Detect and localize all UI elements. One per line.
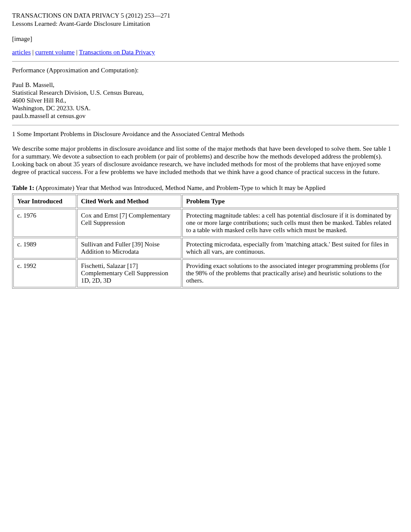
table-caption: Table 1: (Approximate) Year that Method …	[12, 184, 399, 192]
table-row: c. 1976 Cox and Ernst [7] Complementary …	[13, 209, 398, 237]
table-caption-text: (Approximate) Year that Method was Intro…	[36, 184, 325, 191]
author-info: Paul B. Massell, Statistical Research Di…	[12, 81, 399, 120]
divider	[12, 61, 399, 62]
cell-year: c. 1989	[13, 238, 76, 258]
table-header-year: Year Introduced	[13, 195, 76, 208]
author-address-2: Washington, DC 20233. USA.	[12, 104, 399, 112]
breadcrumb-link-articles[interactable]: articles	[12, 49, 31, 56]
table-row: c. 1992 Fischetti, Salazar [17] Compleme…	[13, 259, 398, 287]
breadcrumb-separator: |	[31, 49, 35, 56]
cell-desc: Protecting magnitude tables: a cell has …	[182, 209, 398, 237]
table-header-problem-type: Problem Type	[182, 195, 398, 208]
table-header-row: Year Introduced Cited Work and Method Pr…	[13, 195, 398, 208]
table-caption-label: Table 1:	[12, 184, 34, 191]
performance-title: Performance (Approximation and Computati…	[12, 67, 399, 74]
cell-work: Cox and Ernst [7] Complementary Cell Sup…	[77, 209, 181, 237]
table-header-work: Cited Work and Method	[77, 195, 181, 208]
cell-desc: Protecting microdata, especially from 'm…	[182, 238, 398, 258]
cell-year: c. 1976	[13, 209, 76, 237]
author-email: paul.b.massell at census.gov	[12, 112, 399, 120]
breadcrumb-link-tdp[interactable]: Transactions on Data Privacy	[79, 49, 155, 56]
cell-work: Sullivan and Fuller [39] Noise Addition …	[77, 238, 181, 258]
cell-year: c. 1992	[13, 259, 76, 287]
breadcrumb-separator: |	[75, 49, 79, 56]
section-intro-paragraph: We describe some major problems in discl…	[12, 145, 399, 176]
cell-work: Fischetti, Salazar [17] Complementary Ce…	[77, 259, 181, 287]
table-row: c. 1989 Sullivan and Fuller [39] Noise A…	[13, 238, 398, 258]
journal-title: TRANSACTIONS ON DATA PRIVACY 5 (2012) 25…	[12, 12, 399, 19]
breadcrumb-link-current-volume[interactable]: current volume	[35, 49, 75, 56]
author-address-1: 4600 Silver Hill Rd.,	[12, 96, 399, 104]
divider	[12, 125, 399, 125]
breadcrumb: articles | current volume | Transactions…	[12, 49, 399, 56]
methods-table: Year Introduced Cited Work and Method Pr…	[12, 193, 399, 289]
article-subtitle: Lessons Learned: Avant-Garde Disclosure …	[12, 20, 399, 28]
image-placeholder: [image]	[12, 35, 399, 43]
cell-desc: Providing exact solutions to the associa…	[182, 259, 398, 287]
author-affiliation: Statistical Research Division, U.S. Cens…	[12, 89, 399, 96]
author-name: Paul B. Massell,	[12, 81, 399, 89]
section-heading: 1 Some Important Problems in Disclosure …	[12, 131, 399, 138]
